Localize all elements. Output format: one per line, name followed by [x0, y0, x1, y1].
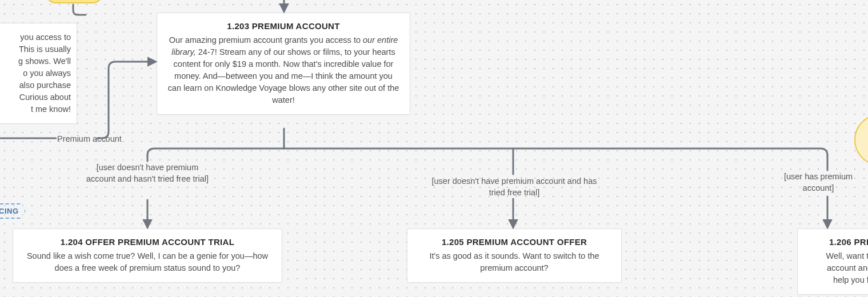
- edge-label-premium-account: Premium account: [57, 134, 131, 145]
- node-1-203-title: 1.203 PREMIUM ACCOUNT: [167, 21, 399, 31]
- node-1-206-title: 1.206 PREM: [808, 237, 868, 247]
- node-1-205-title: 1.205 PREMIUM ACCOUNT OFFER: [418, 237, 611, 247]
- edge-label-branch-mid: [user doesn't have premium account and h…: [423, 176, 606, 198]
- node-1-204-body: Sound like a wish come true? Well, I can…: [23, 250, 271, 274]
- node-partial-left[interactable]: you access toThis is usuallyg shows. We'…: [0, 23, 77, 124]
- pricing-tag-label: CING: [0, 207, 19, 215]
- edge-label-branch-left: [user doesn't have premium account and h…: [85, 162, 210, 184]
- decorative-yellow-circle: [854, 114, 868, 166]
- node-1-206[interactable]: 1.206 PREM Well, want to maccount and or…: [797, 228, 868, 295]
- node-1-205-body: It's as good as it sounds. Want to switc…: [418, 250, 611, 274]
- pricing-tag[interactable]: CING: [0, 203, 26, 219]
- node-1-203-body: Our amazing premium account grants you a…: [167, 34, 399, 106]
- edge-label-branch-right: [user has premium account]: [773, 171, 864, 194]
- node-partial-left-body: you access toThis is usuallyg shows. We'…: [0, 31, 71, 115]
- node-1-205[interactable]: 1.205 PREMIUM ACCOUNT OFFER It's as good…: [407, 228, 622, 283]
- node-1-203[interactable]: 1.203 PREMIUM ACCOUNT Our amazing premiu…: [157, 13, 410, 115]
- node-1-204[interactable]: 1.204 OFFER PREMIUM ACCOUNT TRIAL Sound …: [13, 228, 282, 283]
- decorative-yellow-pill: [46, 0, 103, 3]
- node-1-204-title: 1.204 OFFER PREMIUM ACCOUNT TRIAL: [23, 237, 271, 247]
- node-1-206-body: Well, want to maccount and orhelp you fi…: [808, 250, 868, 286]
